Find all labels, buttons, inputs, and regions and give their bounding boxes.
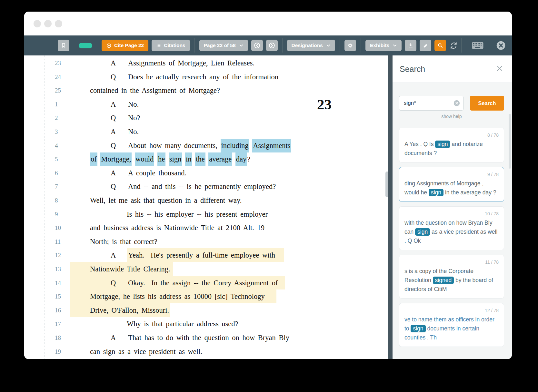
highlighted-term: he xyxy=(157,152,165,166)
search-title: Search xyxy=(400,64,425,74)
download-button[interactable] xyxy=(405,40,416,51)
search-result-card[interactable]: 12 / 78ve to name them as officers in or… xyxy=(399,303,504,347)
line-number: 17 xyxy=(55,317,61,331)
line-number: 3 xyxy=(55,125,58,139)
transcript-line[interactable]: 24QDoes he actually research any of the … xyxy=(24,70,388,84)
transcript-line[interactable]: 12AYeah. He's presently a full-time empl… xyxy=(24,248,388,262)
transcript-line[interactable]: 13Nationwide Title Clearing. xyxy=(24,262,388,276)
toolbar-divider xyxy=(340,38,340,53)
search-result-card[interactable]: 11 / 78s is a copy of the Corporate Reso… xyxy=(399,255,504,299)
search-button-toolbar[interactable] xyxy=(434,40,446,51)
keyboard-icon[interactable] xyxy=(471,41,484,50)
chevron-down-icon xyxy=(326,43,331,48)
traffic-light-close[interactable] xyxy=(34,20,41,27)
search-sidebar: Search Search show help 8 / xyxy=(393,55,512,359)
citations-button[interactable]: Citations xyxy=(152,40,190,51)
transcript-line[interactable]: 20QOk xyxy=(24,358,388,359)
search-icon xyxy=(437,43,443,48)
citations-list-icon xyxy=(156,43,161,48)
cite-page-label: Cite Page 22 xyxy=(114,43,144,48)
transcript-line[interactable]: 19can sign as a vice president as well. xyxy=(24,345,388,358)
transcript-line[interactable]: 1ANo. xyxy=(24,97,388,111)
sidebar-close-icon[interactable] xyxy=(496,64,503,74)
page-selector[interactable]: Page 22 of 58 xyxy=(199,40,248,51)
transcript-line[interactable]: 6AA couple thousand. xyxy=(24,166,388,180)
transcript-line[interactable]: 11North; is that correct? xyxy=(24,235,388,249)
transcript-line[interactable]: 16Drive, O'Fallon, Missouri. xyxy=(24,303,388,317)
show-help-link[interactable]: show help xyxy=(399,114,504,119)
line-number: 2 xyxy=(55,111,58,125)
result-count: 8 / 78 xyxy=(404,132,499,138)
line-text: Ok xyxy=(128,358,137,359)
results-separator xyxy=(399,123,505,123)
toolbar-divider xyxy=(74,38,74,53)
transcript-line[interactable]: 5of Mortgage, would he sign in the avera… xyxy=(24,152,388,166)
prev-page-button[interactable] xyxy=(251,40,263,51)
line-text: Does he actually research any of the inf… xyxy=(128,70,278,84)
transcript-line[interactable]: 17Why is that particular address used? xyxy=(24,317,388,331)
transcript-line[interactable]: 8Well, let me ask that question in a dif… xyxy=(24,193,388,207)
traffic-light-minimize[interactable] xyxy=(44,20,52,27)
transcript-line[interactable]: 10and business address is Nationwide Tit… xyxy=(24,221,388,235)
line-text: A couple thousand. xyxy=(128,166,186,180)
refresh-icon[interactable] xyxy=(449,41,458,50)
transcript-line[interactable]: 15Mortgage, he lists his address as 1000… xyxy=(24,289,388,303)
transcript-line[interactable]: 23AAssignments of Mortgage, Lien Release… xyxy=(24,56,388,70)
line-text: And -- and this -- is he permanently emp… xyxy=(128,180,276,193)
highlighted-term: including xyxy=(221,139,249,152)
line-text: Drive, O'Fallon, Missouri. xyxy=(90,303,169,317)
designations-dropdown[interactable]: Designations xyxy=(287,40,335,51)
speaker-label: Q xyxy=(111,276,116,290)
transcript-line[interactable]: 9Is his -- his employer -- his present e… xyxy=(24,207,388,221)
transcript-line[interactable]: 14QOkay. In the assign -- the Corey Assi… xyxy=(24,276,388,290)
search-result-card[interactable]: 9 / 78ding Assignments of Mortgage , wou… xyxy=(399,167,504,202)
line-text: Yeah. He's presently a full-time employe… xyxy=(128,248,275,262)
cite-page-button[interactable]: Cite Page 22 xyxy=(102,40,148,51)
exhibits-dropdown[interactable]: Exhibits xyxy=(365,40,402,51)
search-result-card[interactable]: 10 / 78with the question on how Bryan Bl… xyxy=(399,206,504,250)
titlebar xyxy=(24,12,512,35)
line-text: can sign as a vice president as well. xyxy=(90,345,202,358)
transcript-line[interactable]: 4QAbout how many documents, including As… xyxy=(24,139,388,152)
edit-button[interactable] xyxy=(420,40,431,51)
highlighted-term: Assignments xyxy=(252,139,291,152)
line-number: 14 xyxy=(55,276,61,290)
line-number: 5 xyxy=(55,152,58,166)
app-window: Cite Page 22 Citations Page 22 of 58 xyxy=(24,12,512,359)
search-result-card[interactable]: 8 / 78A Yes . Q Is sign and notarize doc… xyxy=(399,128,504,162)
line-number: 20 xyxy=(55,358,61,359)
transcript-line[interactable]: 2QNo? xyxy=(24,111,388,125)
gear-icon xyxy=(347,43,353,48)
bookmark-button[interactable] xyxy=(58,40,69,51)
page-selector-label: Page 22 of 58 xyxy=(204,43,236,48)
result-text: s is a copy of the Corporate Resolution … xyxy=(404,267,499,294)
line-number: 23 xyxy=(55,56,61,70)
line-number: 1 xyxy=(55,97,58,111)
line-text: Well, let me ask that question in a diff… xyxy=(90,193,242,207)
highlighted-term: sign xyxy=(169,152,182,166)
clear-search-icon[interactable] xyxy=(453,100,460,107)
prev-arrow-icon xyxy=(254,42,261,49)
search-submit-button[interactable]: Search xyxy=(470,96,504,111)
transcript-line[interactable]: 18AThat has to do with the question on h… xyxy=(24,331,388,345)
line-number: 7 xyxy=(55,180,58,193)
settings-button[interactable] xyxy=(344,40,356,51)
speaker-label: Q xyxy=(111,358,116,359)
speaker-label: A xyxy=(111,125,116,139)
transcript-scrollbar[interactable] xyxy=(385,172,388,197)
sidebar-scrollbar[interactable] xyxy=(509,114,511,169)
speaker-label: A xyxy=(111,331,116,345)
toolbar-divider xyxy=(194,38,195,53)
transcript-line[interactable]: 25contained in the Assignment of Mortgag… xyxy=(24,83,388,97)
chevron-down-icon xyxy=(393,43,397,48)
highlighted-term: sign xyxy=(411,325,425,332)
highlighted-term: average xyxy=(208,152,232,166)
transcript-pane: 23 23AAssignments of Mortgage, Lien Rele… xyxy=(24,55,388,359)
next-page-button[interactable] xyxy=(266,40,278,51)
traffic-light-zoom[interactable] xyxy=(55,20,62,27)
line-number: 11 xyxy=(55,235,61,249)
transcript-line[interactable]: 3ANo. xyxy=(24,125,388,139)
transcript-line[interactable]: 7QAnd -- and this -- is he permanently e… xyxy=(24,180,388,193)
line-number: 10 xyxy=(55,221,61,235)
close-icon[interactable] xyxy=(496,40,506,51)
